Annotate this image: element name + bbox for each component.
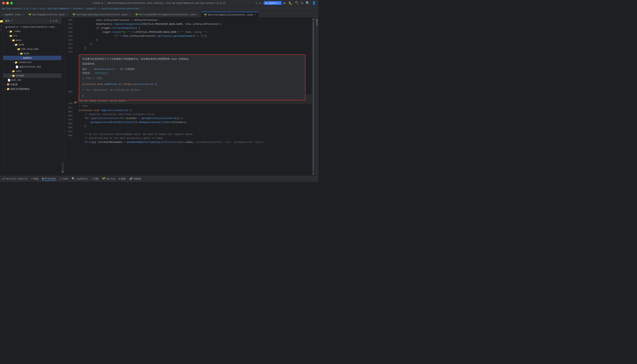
tab-abstract[interactable]: 🌱 AbstractApplicationContext.java ✕ <box>202 12 258 18</box>
bc-jar[interactable]: spring-context-6.0.2.jar <box>2 7 37 10</box>
tree-item-main[interactable]: ▾ 📁 main <box>3 38 61 42</box>
tree-item-yml[interactable]: 📄 application.yml <box>3 64 61 69</box>
maximize-button[interactable] <box>10 2 13 4</box>
bc-context[interactable]: context <box>73 7 83 10</box>
tab-icon-apprun: ☕ <box>2 13 4 16</box>
code-line-860: protected void registerListeners() { <box>78 108 315 112</box>
resources-label: resources <box>18 61 32 64</box>
scroll-down-icon[interactable]: ▼ <box>313 172 314 175</box>
editor-scroll: 836 837 838 839 840 841 842 843 844 855 … <box>64 18 315 175</box>
main-icon: 📁 <box>12 39 15 42</box>
tree-item-root[interactable]: ▾ ◼ ossa3.0 ~/java/java/seckill-redi... <box>3 25 61 29</box>
see-link[interactable]: refresh() <box>95 72 108 74</box>
maven-sidebar[interactable]: Maven <box>315 18 318 175</box>
tool-services[interactable]: ⚙ 服务 <box>118 177 126 180</box>
close-button[interactable] <box>2 2 5 4</box>
minimize-button[interactable] <box>6 2 9 4</box>
tree-item-com[interactable]: ▾ 📁 com.ossa.web <box>3 47 61 51</box>
bc-springframework[interactable]: springframework <box>48 7 70 10</box>
java-icon: 📁 <box>14 43 18 46</box>
tree-icon-refresh[interactable]: ↻ <box>50 19 51 22</box>
main-layout: 📁 ⊞ ⎇ 项目 ≡ ↻ ⤓ ⚙ … ▾ ◼ ossa3.0 ~/java/ja… <box>0 18 318 175</box>
tab-apprun[interactable]: ☕ AppRun.java ✕ <box>0 12 26 18</box>
settings-icon[interactable]: ⚙ <box>301 1 303 5</box>
tree-item-idea[interactable]: ▸ 📁 .idea <box>3 29 61 34</box>
spring-label: Spring <box>106 178 115 180</box>
scrollbar[interactable]: ▲ ▼ ✓ <box>312 18 315 175</box>
tree-icon-more[interactable]: … <box>58 19 60 22</box>
vcs-label: Version Control <box>6 178 28 180</box>
throws-type: BeansException <box>94 68 114 70</box>
bc-support[interactable]: support <box>86 7 96 10</box>
tree-icon-collapse[interactable]: ⤓ <box>52 19 55 22</box>
tab-configurable[interactable]: 🌱 ConfigurableApplicationContext.java ✕ <box>70 12 133 18</box>
extlib-icon: 📦 <box>7 83 10 86</box>
tree-item-temp[interactable]: ▸ 📁 临时文件和控制台 <box>3 87 61 91</box>
avatar-icon[interactable]: 👤 <box>312 1 316 5</box>
build-icon[interactable]: 🔨 <box>295 1 298 5</box>
debug-icon[interactable]: 🐛 <box>288 1 292 5</box>
left-icon-git[interactable]: ⎇ <box>0 28 3 32</box>
popup-desc2: 此实现为空。 <box>82 62 302 66</box>
popup-desc1: 可以重写以添加特定于上下文的刷新工作的模板方法。在实例化单例之前调用特殊 bea… <box>82 57 302 61</box>
bottom-toolbar: ⎇ Version Control ⌨ 终端 ◉ Profiler ☑ TODO… <box>0 175 318 182</box>
nav-back-icon[interactable]: ◁ <box>255 1 257 5</box>
tool-todo[interactable]: ☑ TODO <box>60 177 68 180</box>
tree-item-target[interactable]: ▸ 📁 target <box>3 74 61 78</box>
search-icon[interactable]: 🔍 <box>306 1 310 5</box>
services-label: 服务 <box>121 177 126 180</box>
scroll-thumb[interactable] <box>313 22 314 172</box>
tree-item-bean[interactable]: ▸ 📁 bean <box>3 51 61 56</box>
bean-icon: 📁 <box>20 52 23 55</box>
apprun-button[interactable]: ▶ AppRun ▾ <box>264 1 282 5</box>
todo-label: TODO <box>62 178 68 180</box>
code-line-868: String[] listenerBeanNames = getBeanName… <box>78 140 315 144</box>
bc-org[interactable]: org <box>40 7 44 10</box>
idea-label: .idea <box>13 30 20 33</box>
tool-vcs[interactable]: ⎇ Version Control <box>2 177 28 180</box>
tab-servlet[interactable]: 🌱 ServletWebServerApplicationContext.jav… <box>133 12 202 18</box>
run-icon[interactable]: ▶ <box>284 1 286 5</box>
profiler-label: Profiler <box>45 177 56 180</box>
tree-item-java[interactable]: ▾ 📁 java <box>3 42 61 47</box>
tree-item-resources[interactable]: ▾ 📁 resources <box>3 60 61 64</box>
tree-header-icons: ↻ ⤓ ⚙ … <box>50 19 60 22</box>
nav-forward-icon[interactable]: ▷ <box>260 1 262 5</box>
tree-item-test[interactable]: ▸ 📁 test <box>3 69 61 74</box>
temp-icon: 📁 <box>7 88 10 90</box>
tree-icon-gear[interactable]: ⚙ <box>56 19 57 22</box>
throws-desc: － 万一出现错误 <box>116 68 135 70</box>
code-line-841: } <box>78 38 315 42</box>
left-icon-project[interactable]: 📁 <box>0 18 4 24</box>
tree-item-pom[interactable]: 📄 pom.xml <box>3 78 61 82</box>
code-line-840: "[" + this.lifecycleProcessor.getClass()… <box>78 34 315 38</box>
tool-luacheck[interactable]: 🔍 LuaCheck <box>72 177 88 180</box>
profiler-icon: ◉ <box>42 177 44 180</box>
bookmarks-label[interactable]: Bookmarks <box>62 161 64 174</box>
tree-item-extlib[interactable]: ▸ 📦 外部库 <box>3 82 61 87</box>
traffic-lights[interactable] <box>2 2 13 4</box>
tab-close-apprun[interactable]: ✕ <box>22 13 24 16</box>
structure-label[interactable]: 结构 <box>61 174 64 175</box>
tab-close-springapp[interactable]: ✕ <box>66 13 68 16</box>
apprun-icon: ☕ <box>21 56 22 60</box>
bc-class[interactable]: AbstractApplicationContext <box>102 7 140 10</box>
apprun-dropdown-icon[interactable]: ▾ <box>278 2 280 4</box>
tool-deps[interactable]: 🔗 依赖项 <box>130 177 141 180</box>
tree-item-apprun[interactable]: ☕ AppRun <box>3 56 61 60</box>
left-icon-structure[interactable]: ⊞ <box>0 24 3 28</box>
test-arrow: ▸ <box>10 70 12 72</box>
tool-terminal[interactable]: ⌨ 终端 <box>31 177 38 180</box>
tab-close-abstract[interactable]: ✕ <box>255 14 256 16</box>
tab-springapp[interactable]: 🌱 SpringApplication.java ✕ <box>26 12 70 18</box>
tabs-more-button[interactable]: ⋯ <box>314 14 318 18</box>
code-line-864: } <box>78 124 315 128</box>
tree-item-src[interactable]: ▾ 📁 src <box>3 34 61 38</box>
tree-title: 项目 <box>5 19 10 22</box>
extlib-label: 外部库 <box>10 83 18 86</box>
tab-close-configurable[interactable]: ✕ <box>129 13 130 16</box>
tool-profiler[interactable]: ◉ Profiler <box>42 177 56 181</box>
tool-problems[interactable]: ⚠ 问题 <box>91 177 98 180</box>
tab-close-servlet[interactable]: ✕ <box>198 13 199 16</box>
tool-spring[interactable]: 🌱 Spring <box>102 177 115 180</box>
